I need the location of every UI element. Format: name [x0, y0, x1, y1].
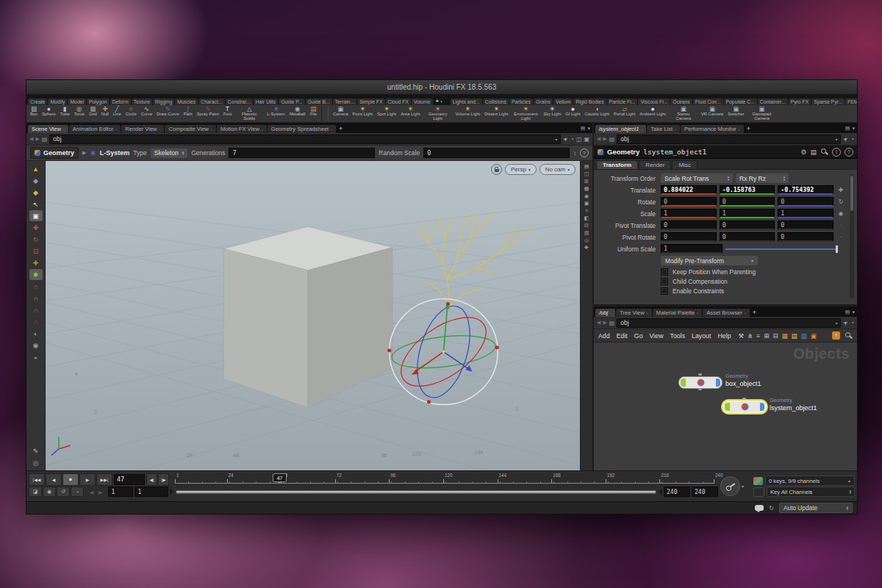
- shelf-tab[interactable]: Hair Utils: [254, 98, 279, 105]
- stereo-glasses-icon[interactable]: ◫: [576, 136, 582, 143]
- shelf-tool[interactable]: ✚ Null: [99, 106, 111, 121]
- rotate-tool-icon[interactable]: ↻: [29, 234, 43, 245]
- pane-tab[interactable]: Motion FX View: [217, 125, 267, 133]
- shelf-tab[interactable]: Vellum: [553, 98, 573, 105]
- pin-icon[interactable]: ➤: [562, 135, 570, 143]
- new-pane-tab-button[interactable]: +: [744, 125, 753, 133]
- param-field-z[interactable]: 0: [778, 220, 833, 230]
- pose-tool-icon[interactable]: ✚: [29, 257, 43, 268]
- thumbnail-icon[interactable]: ⊟: [772, 332, 778, 340]
- titlebar[interactable]: untitled.hip - Houdini FX 18.5.563: [26, 80, 857, 95]
- shelf-tab[interactable]: Collisions: [483, 98, 509, 105]
- pane-menu-icon[interactable]: ▤: [845, 126, 850, 132]
- shelf-tool[interactable]: ✎ Spray Paint: [195, 106, 221, 121]
- param-field-x[interactable]: 0: [661, 220, 717, 230]
- node-render-flag[interactable]: [716, 379, 720, 387]
- path-dropdown-icon[interactable]: ▾: [555, 137, 557, 142]
- generations-input[interactable]: 7: [229, 148, 375, 158]
- global-start-input[interactable]: 1: [108, 487, 133, 497]
- pane-tab[interactable]: Scene View: [28, 125, 68, 133]
- shelf-tab[interactable]: Particles: [509, 98, 533, 105]
- shelf-tab[interactable]: Fluid Con...: [693, 98, 723, 105]
- shelf-tool[interactable]: ● Sphere: [40, 106, 58, 121]
- pane-tab[interactable]: Composite View: [165, 125, 216, 133]
- display-option-icon[interactable]: ⊞: [584, 179, 589, 184]
- objects-filter-icon[interactable]: ◆: [29, 175, 43, 186]
- node-name-input[interactable]: lsystem_object1: [643, 148, 797, 156]
- shelf-tab[interactable]: Container...: [758, 98, 788, 105]
- parameter-tab[interactable]: Misc: [672, 160, 697, 169]
- shelf-tab[interactable]: Create: [28, 98, 47, 105]
- shelf-tool[interactable]: ✳ L-System: [265, 106, 287, 121]
- history-icon[interactable]: ◔: [850, 320, 854, 326]
- gear-icon[interactable]: ⚙: [800, 148, 806, 156]
- step-forward-button[interactable]: |▶: [158, 473, 169, 486]
- play-button[interactable]: ▶: [79, 473, 96, 486]
- back-icon[interactable]: ◀: [597, 320, 600, 326]
- path-input[interactable]: obj▾: [49, 135, 561, 144]
- realtime-toggle-icon[interactable]: ↺: [57, 487, 70, 497]
- scrollbar-thumb[interactable]: [850, 176, 853, 211]
- shelf-tool[interactable]: ▣ Stereo Camera: [668, 106, 699, 121]
- uniform-scale-field[interactable]: 1: [661, 244, 723, 254]
- shelf-tab[interactable]: Particle Fl...: [607, 98, 638, 105]
- pane-tab[interactable]: Material Palette: [653, 309, 703, 317]
- shelf-tab[interactable]: Viscous Fl...: [638, 98, 670, 105]
- shelf-tool[interactable]: △ Platonic Solids: [234, 106, 265, 121]
- shelf-tab[interactable]: Sparse Pyr...: [811, 98, 845, 105]
- pin-icon[interactable]: ➤: [842, 135, 850, 143]
- param-row-icon[interactable]: ·: [836, 222, 845, 229]
- auto-update-select[interactable]: Auto Update▴▾: [779, 503, 853, 513]
- new-pane-tab-button[interactable]: +: [750, 309, 759, 317]
- shelf-tool[interactable]: ● Ambient Light: [637, 106, 667, 121]
- keys-status-field[interactable]: 0 keys, 9/9 channels▲: [765, 476, 855, 486]
- visibility-icon[interactable]: ◒: [29, 351, 43, 362]
- playback-end-input[interactable]: 240: [664, 487, 690, 497]
- refresh-icon[interactable]: ↻: [769, 505, 774, 512]
- param-row-icon[interactable]: ◉: [836, 210, 845, 217]
- playback-range-slider[interactable]: [170, 487, 662, 496]
- transform-order-select[interactable]: Scale Rot Trans▴▾: [661, 173, 733, 183]
- menu-item[interactable]: Layout: [692, 332, 711, 340]
- message-log-icon[interactable]: [755, 505, 764, 511]
- shelf-tab[interactable]: Populate C...: [724, 98, 757, 105]
- current-op-button[interactable]: Geometry: [30, 147, 79, 159]
- shelf-tool[interactable]: ✎ Draw Curve: [154, 106, 182, 121]
- shelf-tool[interactable]: ◎ Torus: [72, 106, 87, 121]
- display-option-icon[interactable]: ⊟: [584, 223, 589, 228]
- new-pane-tab-button[interactable]: +: [336, 125, 345, 133]
- menu-item[interactable]: Edit: [617, 332, 628, 340]
- asset-badge-icon[interactable]: ▣: [811, 332, 817, 340]
- param-field-y[interactable]: 0: [720, 220, 775, 230]
- keyframe-options-icon[interactable]: ◪: [29, 487, 42, 497]
- display-option-icon[interactable]: ◎: [584, 237, 589, 243]
- grid-snap-icon[interactable]: ⊞: [764, 332, 769, 340]
- parameter-tab[interactable]: Render: [639, 160, 671, 169]
- global-animation-icon[interactable]: ◔: [71, 487, 84, 497]
- snap-point-icon[interactable]: ∩: [29, 304, 43, 315]
- scale-tool-icon[interactable]: ⊡: [29, 245, 43, 257]
- set-key-button[interactable]: [720, 476, 740, 496]
- display-option-icon[interactable]: ▤: [584, 164, 589, 169]
- pane-menu-icon[interactable]: ▤: [581, 126, 586, 132]
- snap-primitive-icon[interactable]: ∩: [29, 293, 43, 304]
- checkbox[interactable]: [661, 278, 668, 285]
- random-scale-input[interactable]: 0: [423, 148, 570, 158]
- network-search-icon[interactable]: [845, 331, 853, 340]
- shelf-tab[interactable]: Guide P...: [279, 98, 304, 105]
- node-display-flag[interactable]: [725, 403, 730, 411]
- pane-tab[interactable]: Animation Editor: [69, 125, 121, 133]
- handle-tool-icon[interactable]: ✱: [29, 269, 43, 280]
- pane-tab[interactable]: /obj: [595, 309, 615, 317]
- shelf-tool[interactable]: ▣ Gamepad Camera: [746, 106, 777, 121]
- uniform-scale-slider[interactable]: [725, 245, 836, 254]
- key-options-icon[interactable]: ▾: [742, 484, 744, 489]
- display-option-icon[interactable]: ◉: [584, 193, 589, 198]
- translate-tool-icon[interactable]: ✚: [29, 222, 43, 233]
- view-pivot-icon[interactable]: ◐: [29, 328, 43, 339]
- param-row-icon[interactable]: ✚: [836, 187, 845, 193]
- history-icon[interactable]: ◔: [850, 136, 854, 143]
- param-field-z[interactable]: 1: [778, 209, 833, 218]
- jump-up-icon[interactable]: ↑: [832, 331, 840, 340]
- path-dropdown-icon[interactable]: ▾: [835, 137, 837, 142]
